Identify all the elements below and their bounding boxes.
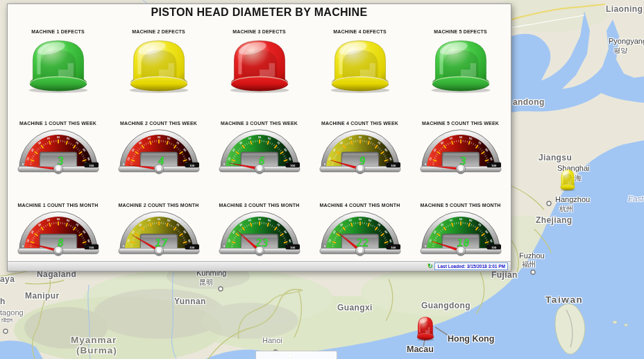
svg-text:100: 100 [189, 164, 195, 167]
map-label-taiwan: Taiwan [545, 294, 583, 305]
count-gauge-machine-1: 102030405060708090 3 100 0 [15, 129, 102, 181]
svg-text:50: 50 [358, 135, 362, 139]
defects-row: MACHINE 1 DEFECTS MACHINE 2 DEFECTS [8, 29, 511, 94]
map-label-cjk-30: চট্টগ্রাম [1, 317, 12, 324]
map-label-manipur: Manipur [25, 291, 59, 301]
week-gauges-row: MACHINE 1 COUNT THIS WEEK 10203040506070… [8, 121, 511, 181]
defect-indicator-label: MACHINE 2 DEFECTS [132, 29, 185, 34]
gauge-label: MACHINE 3 COUNT THIS WEEK [221, 121, 298, 126]
count-gauge-machine-3: 102030405060708090 6 100 0 [216, 129, 303, 181]
gauge-label: MACHINE 5 COUNT THIS MONTH [420, 203, 500, 208]
svg-text:100: 100 [89, 164, 94, 167]
svg-text:50: 50 [56, 135, 60, 139]
gauge-cell: MACHINE 2 COUNT THIS WEEK 10203040506070… [108, 121, 209, 181]
map-label-hanoi: Hanoi [262, 336, 282, 344]
svg-text:100: 100 [391, 246, 396, 249]
svg-text:50: 50 [56, 217, 60, 221]
map-label-guangxi: Guangxi [337, 303, 373, 312]
screen: LiaoningPyongyang평양andongJiangsuShanghai… [0, 0, 644, 359]
defect-led-machine-3 [224, 35, 295, 94]
svg-text:100: 100 [290, 246, 296, 249]
gauge-label: MACHINE 3 COUNT THIS MONTH [219, 203, 299, 208]
map-label-h: h [0, 297, 6, 306]
map-label-macau: Macau [407, 344, 434, 354]
gauge-label: MACHINE 2 COUNT THIS WEEK [120, 121, 197, 126]
gauge-label: MACHINE 4 COUNT THIS WEEK [321, 121, 398, 126]
svg-text:100: 100 [89, 246, 94, 249]
page-title: PISTON HEAD DIAMETER BY MACHINE [8, 6, 511, 19]
gauge-cell: MACHINE 1 COUNT THIS WEEK 10203040506070… [8, 121, 108, 181]
svg-text:50: 50 [157, 135, 160, 139]
gauge-label: MACHINE 2 COUNT THIS MONTH [118, 203, 198, 208]
map-callout-box [255, 351, 337, 359]
gauge-label: MACHINE 4 COUNT THIS MONTH [319, 203, 400, 208]
map-label-zhejiang: Zhejiang [536, 215, 573, 225]
map-label-fuzhou: Fuzhou [519, 251, 545, 260]
map-label-burma: (Burma) [76, 345, 117, 356]
defect-indicator-cell: MACHINE 2 DEFECTS [108, 29, 209, 94]
map-label-hong-kong: Hong Kong [448, 334, 494, 344]
count-gauge-machine-5: 102030405060708090 3 100 0 [417, 129, 505, 181]
defect-indicator-label: MACHINE 1 DEFECTS [31, 29, 85, 34]
gauge-label: MACHINE 5 COUNT THIS WEEK [422, 121, 499, 126]
map-label-jiangsu: Jiangsu [539, 153, 572, 162]
svg-text:50: 50 [459, 217, 462, 221]
count-gauge-machine-4: 102030405060708090 9 100 0 [316, 129, 404, 181]
defect-indicator-cell: MACHINE 3 DEFECTS [209, 29, 310, 94]
map-label-yunnan: Yunnan [174, 297, 206, 306]
map-label-myanmar: Myanmar [71, 335, 117, 345]
last-loaded-text: Last Loaded: 3/15/2018 3:01 PM [434, 262, 508, 270]
map-label-fujian: Fujian [491, 270, 518, 280]
defect-indicator-label: MACHINE 4 DEFECTS [333, 29, 387, 34]
gauge-cell: MACHINE 4 COUNT THIS MONTH 1020304050607… [310, 203, 410, 263]
map-label-andong: andong [513, 97, 545, 107]
defect-indicator-cell: MACHINE 1 DEFECTS [8, 29, 108, 94]
gauge-cell: MACHINE 1 COUNT THIS MONTH 1020304050607… [8, 203, 108, 263]
defect-led-machine-5 [425, 35, 496, 94]
month-gauges-row: MACHINE 1 COUNT THIS MONTH 1020304050607… [8, 203, 511, 263]
gauge-cell: MACHINE 5 COUNT THIS MONTH 1020304050607… [410, 203, 511, 263]
count-gauge-machine-4: 102030405060708090 22 100 0 [316, 211, 404, 263]
svg-text:100: 100 [491, 246, 497, 249]
map-label-pyongyang: Pyongyang [609, 37, 644, 45]
gauge-label: MACHINE 1 COUNT THIS WEEK [19, 121, 96, 126]
map-label-tagong: tagong [0, 308, 24, 317]
map-label-liaoning: Liaoning [606, 4, 643, 14]
status-bar: ↻ Last Loaded: 3/15/2018 3:01 PM [8, 261, 511, 271]
defect-indicator-label: MACHINE 3 DEFECTS [232, 29, 286, 34]
svg-text:100: 100 [189, 246, 195, 249]
map-label-aya: aya [0, 274, 15, 284]
defect-indicator-cell: MACHINE 5 DEFECTS [410, 29, 511, 94]
marker-led-shanghai[interactable] [559, 167, 577, 192]
count-gauge-machine-3: 102030405060708090 23 100 0 [216, 211, 303, 263]
refresh-icon[interactable]: ↻ [427, 263, 433, 269]
svg-text:50: 50 [358, 217, 362, 221]
defect-indicator-label: MACHINE 5 DEFECTS [434, 29, 487, 34]
map-label-cjk-2: 평양 [613, 46, 627, 56]
gauge-cell: MACHINE 3 COUNT THIS MONTH 1020304050607… [209, 203, 310, 263]
defect-led-machine-2 [124, 35, 194, 94]
map-label-cjk-8: 杭州 [559, 204, 573, 214]
svg-text:100: 100 [290, 164, 296, 167]
svg-text:50: 50 [459, 135, 462, 139]
count-gauge-machine-2: 102030405060708090 17 100 0 [115, 211, 203, 263]
gauge-cell: MACHINE 2 COUNT THIS MONTH 1020304050607… [108, 203, 209, 263]
defect-indicator-cell: MACHINE 4 DEFECTS [310, 29, 410, 94]
count-gauge-machine-5: 102030405060708090 10 100 0 [417, 211, 505, 263]
map-label-east: East [628, 194, 643, 203]
count-gauge-machine-1: 102030405060708090 8 100 0 [15, 211, 102, 263]
map-label-cjk-12: 福州 [522, 260, 536, 269]
gauge-cell: MACHINE 5 COUNT THIS WEEK 10203040506070… [410, 121, 511, 181]
dashboard-panel: PISTON HEAD DIAMETER BY MACHINE MACHINE … [7, 3, 511, 272]
map-label-hangzhou: Hangzhou [555, 195, 590, 203]
gauge-label: MACHINE 1 COUNT THIS MONTH [17, 203, 98, 208]
defect-led-machine-1 [23, 35, 94, 94]
gauge-cell: MACHINE 4 COUNT THIS WEEK 10203040506070… [310, 121, 410, 181]
map-label-guangdong: Guangdong [421, 301, 471, 310]
count-gauge-machine-2: 102030405060708090 4 100 0 [115, 129, 203, 181]
marker-led-hong-kong[interactable] [415, 315, 436, 342]
map-label-cjk-21: 昆明 [199, 278, 213, 287]
defect-led-machine-4 [325, 35, 396, 94]
svg-text:50: 50 [157, 217, 160, 221]
svg-text:50: 50 [257, 135, 261, 139]
